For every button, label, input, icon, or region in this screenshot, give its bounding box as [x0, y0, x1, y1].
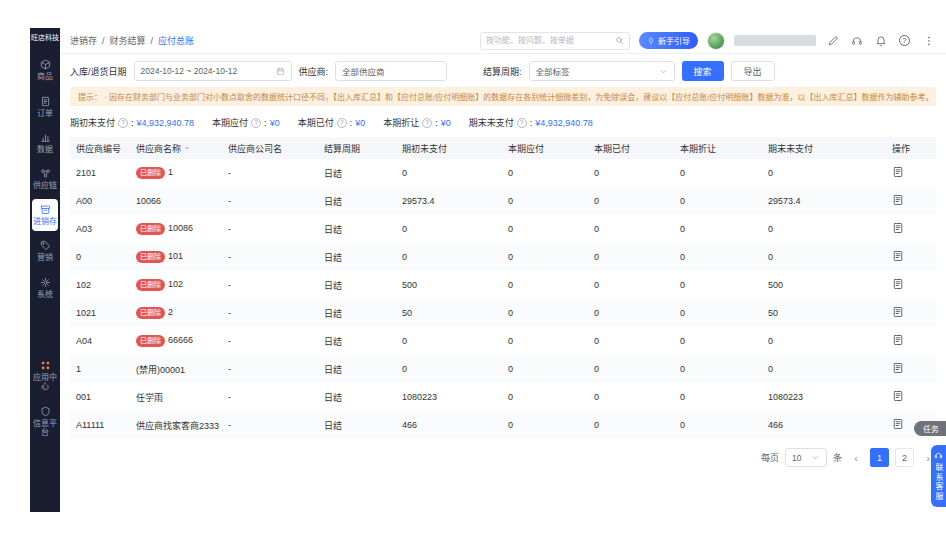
- bell-icon[interactable]: [873, 33, 888, 48]
- goods-icon: [40, 59, 51, 70]
- table-row[interactable]: 1 (禁用)00001 - 日结 0 0 0 0 0: [70, 355, 936, 383]
- deleted-badge: 已删除: [136, 223, 165, 234]
- cell-settle-cycle: 日结: [318, 167, 396, 180]
- table-row[interactable]: A00 10066 - 日结 29573.4 0 0 0 29573.4: [70, 187, 936, 215]
- headset-icon: [934, 451, 943, 460]
- col-period-paid: 本期已付: [588, 142, 674, 155]
- more-icon[interactable]: [921, 33, 936, 48]
- cell-supplier-name: 已删除102: [130, 279, 222, 290]
- cell-supplier-name: 已删除10086: [130, 223, 222, 234]
- orders-icon: [40, 96, 51, 107]
- cell-period-payable: 0: [502, 420, 588, 430]
- cell-period-payable: 0: [502, 168, 588, 178]
- cycle-select[interactable]: 全部标签: [529, 61, 675, 81]
- cell-period-payable: 0: [502, 196, 588, 206]
- detail-icon[interactable]: [892, 250, 904, 262]
- table-row[interactable]: A03 已删除10086 - 日结 0 0 0 0 0: [70, 215, 936, 243]
- breadcrumb-current[interactable]: 应付总账: [158, 34, 194, 47]
- cell-end-unpaid: 500: [762, 280, 886, 290]
- info-icon[interactable]: ?: [422, 118, 432, 128]
- task-floating-button[interactable]: 任务: [914, 421, 946, 436]
- search-icon[interactable]: [615, 36, 624, 45]
- cell-period-discount: 0: [674, 168, 762, 178]
- detail-icon[interactable]: [892, 278, 904, 290]
- search-button[interactable]: 搜索: [682, 61, 724, 81]
- support-floating-tab[interactable]: 联系客服: [931, 445, 946, 507]
- help-icon[interactable]: ?: [897, 33, 912, 48]
- page-number-button[interactable]: 2: [895, 448, 914, 467]
- breadcrumb-section[interactable]: 财务结算: [110, 34, 146, 47]
- cell-settle-cycle: 日结: [318, 363, 396, 376]
- sidebar-item-marketing[interactable]: 营销: [31, 235, 59, 267]
- cell-period-payable: 0: [502, 252, 588, 262]
- cell-begin-unpaid: 0: [396, 168, 502, 178]
- prev-page-button[interactable]: ‹: [848, 448, 864, 467]
- table-row[interactable]: 001 任学雨 - 日结 1080223 0 0 0 1080223: [70, 383, 936, 411]
- sidebar-item-supply-chain[interactable]: 供应链: [31, 163, 59, 195]
- supplier-input[interactable]: 全部供应商: [335, 61, 447, 81]
- detail-icon[interactable]: [892, 390, 904, 402]
- info-icon[interactable]: ?: [118, 118, 128, 128]
- cell-settle-cycle: 日结: [318, 223, 396, 236]
- sidebar-item-goods[interactable]: 商品: [31, 54, 59, 86]
- sort-caret-icon[interactable]: [183, 144, 191, 152]
- table-row[interactable]: 2101 已删除1 - 日结 0 0 0 0 0: [70, 159, 936, 187]
- headset-icon[interactable]: [849, 33, 864, 48]
- page-number-button[interactable]: 1: [870, 448, 889, 467]
- detail-icon[interactable]: [892, 166, 904, 178]
- table-row[interactable]: A11111 供应商找家客商2333 - 日结 466 0 0 0 466: [70, 411, 936, 439]
- avatar[interactable]: [707, 32, 725, 50]
- cell-end-unpaid: 1080223: [762, 392, 886, 402]
- table-row[interactable]: 102 已删除102 - 日结 500 0 0 0 500: [70, 271, 936, 299]
- detail-icon[interactable]: [892, 194, 904, 206]
- summary-value: ¥4,932,940.78: [137, 118, 195, 128]
- col-end-unpaid: 期末未支付: [762, 142, 886, 155]
- table-row[interactable]: 1021 已删除2 - 日结 50 0 0 0 50: [70, 299, 936, 327]
- cell-supplier-code: A00: [70, 196, 130, 206]
- detail-icon[interactable]: [892, 362, 904, 374]
- summary-bar: 期初未支付 ? : ¥4,932,940.78 本期应付 ? : ¥0 本期已付…: [60, 108, 946, 137]
- sidebar-item-data[interactable]: 数据: [31, 127, 59, 159]
- sidebar-item-info-platform[interactable]: 信息平台: [31, 401, 59, 442]
- table-row[interactable]: 0 已删除101 - 日结 0 0 0 0 0: [70, 243, 936, 271]
- cell-begin-unpaid: 1080223: [396, 392, 502, 402]
- info-icon[interactable]: ?: [337, 118, 347, 128]
- detail-icon[interactable]: [892, 306, 904, 318]
- sidebar-item-label: 营销: [37, 253, 53, 262]
- rocket-icon: [647, 37, 655, 45]
- info-icon[interactable]: ?: [517, 118, 527, 128]
- sidebar-item-label: 进销存: [33, 217, 57, 226]
- cell-period-payable: 0: [502, 224, 588, 234]
- date-range-input[interactable]: 2024-10-12 ~ 2024-10-12: [134, 61, 292, 81]
- summary-value: ¥0: [270, 118, 280, 128]
- cell-supplier-code: 2101: [70, 168, 130, 178]
- app-logo: 旺店科技: [31, 34, 59, 42]
- table-row[interactable]: A04 已删除66666 - 日结 0 0 0 0 0: [70, 327, 936, 355]
- detail-icon[interactable]: [892, 334, 904, 346]
- deleted-badge: 已删除: [136, 307, 165, 318]
- col-period-payable: 本期应付: [502, 142, 588, 155]
- cell-actions: [886, 390, 936, 404]
- sidebar-item-inventory[interactable]: 进销存: [32, 199, 58, 231]
- cell-period-discount: 0: [674, 196, 762, 206]
- per-page-select[interactable]: 10: [785, 448, 827, 467]
- breadcrumb-root[interactable]: 进销存: [70, 34, 97, 47]
- summary-colon: :: [264, 118, 267, 128]
- app-window: 旺店科技 商品 订单 数据 供应链 进销存 营销 系统: [30, 28, 946, 512]
- guide-button[interactable]: 新手引导: [639, 32, 698, 49]
- cell-begin-unpaid: 466: [396, 420, 502, 430]
- col-actions: 操作: [886, 142, 936, 155]
- cell-supplier-company: -: [222, 308, 318, 318]
- cell-period-paid: 0: [588, 224, 674, 234]
- sidebar-item-app-center[interactable]: 应用中心: [31, 355, 59, 396]
- sidebar-item-system[interactable]: 系统: [31, 272, 59, 304]
- edit-icon[interactable]: [825, 33, 840, 48]
- deleted-badge: 已删除: [136, 335, 165, 346]
- cell-supplier-code: 001: [70, 392, 130, 402]
- detail-icon[interactable]: [892, 222, 904, 234]
- detail-icon[interactable]: [892, 418, 904, 430]
- sidebar-item-orders[interactable]: 订单: [31, 91, 59, 123]
- info-icon[interactable]: ?: [251, 118, 261, 128]
- export-button[interactable]: 导出: [731, 61, 775, 81]
- global-search-input[interactable]: [486, 36, 611, 45]
